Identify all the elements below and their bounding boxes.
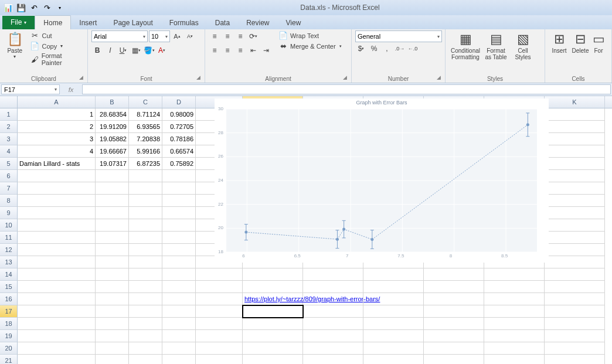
cell-I15[interactable] xyxy=(424,281,484,293)
cell-E17[interactable] xyxy=(196,305,243,318)
cell-F19[interactable] xyxy=(243,330,303,342)
format-cell-button[interactable]: ▭For xyxy=(591,30,606,74)
format-painter-button[interactable]: 🖌Format Painter xyxy=(28,52,84,67)
save-icon[interactable]: 💾 xyxy=(15,2,27,13)
cell-K9[interactable] xyxy=(545,207,605,219)
cell-K7[interactable] xyxy=(545,182,605,195)
excel-icon[interactable]: 📊 xyxy=(2,2,14,13)
wrap-text-button[interactable]: 📄Wrap Text xyxy=(277,30,344,40)
name-box[interactable]: F17▾ xyxy=(1,84,60,94)
cell-F14[interactable] xyxy=(243,268,303,281)
format-as-table-button[interactable]: ▤Format as Table xyxy=(482,30,510,74)
tab-home[interactable]: Home xyxy=(35,15,71,29)
cell-C9[interactable] xyxy=(129,207,162,219)
cell-I14[interactable] xyxy=(424,268,484,281)
fx-button[interactable]: fx xyxy=(61,83,81,96)
cell-H21[interactable] xyxy=(363,355,424,364)
cell-C17[interactable] xyxy=(129,305,162,318)
cell-G17[interactable] xyxy=(303,305,363,318)
align-bottom-button[interactable]: ≡ xyxy=(234,30,246,42)
cell-K4[interactable] xyxy=(545,145,605,158)
cell-H18[interactable] xyxy=(363,318,424,330)
row-header[interactable]: 14 xyxy=(0,268,18,281)
delete-cell-button[interactable]: ⊟Delete xyxy=(570,30,591,74)
row-header[interactable]: 5 xyxy=(0,158,18,170)
clipboard-launcher-icon[interactable]: ◢ xyxy=(79,74,86,81)
cell-D9[interactable] xyxy=(162,207,196,219)
cell-J15[interactable] xyxy=(484,281,545,293)
italic-button[interactable]: I xyxy=(104,45,116,56)
cell-styles-button[interactable]: ▧Cell Styles xyxy=(510,30,536,74)
cell-B3[interactable]: 19.05882 xyxy=(96,133,129,145)
cell-D11[interactable] xyxy=(162,232,196,244)
cell-J21[interactable] xyxy=(484,355,545,364)
tab-file[interactable]: File▾ xyxy=(2,16,35,29)
cell-B10[interactable] xyxy=(96,219,129,232)
cell-A20[interactable] xyxy=(18,342,96,355)
cell-C7[interactable] xyxy=(129,182,162,195)
undo-icon[interactable]: ↶ xyxy=(28,2,40,13)
cell-E21[interactable] xyxy=(196,355,243,364)
row-header[interactable]: 7 xyxy=(0,182,18,195)
cell-A5[interactable]: Damian Lillard - stats xyxy=(18,158,96,170)
cell-F16[interactable]: https://plot.ly/~tarzzz/809/graph-with-e… xyxy=(243,293,303,305)
row-header[interactable]: 8 xyxy=(0,195,18,207)
cell-J14[interactable] xyxy=(484,268,545,281)
cell-K10[interactable] xyxy=(545,219,605,232)
cell-K8[interactable] xyxy=(545,195,605,207)
cell-D1[interactable]: 0.98009 xyxy=(162,108,196,121)
cell-B14[interactable] xyxy=(96,268,129,281)
tab-review[interactable]: Review xyxy=(238,16,277,29)
cell-K3[interactable] xyxy=(545,133,605,145)
orientation-button[interactable]: ⟳▾ xyxy=(247,30,259,42)
cell-B8[interactable] xyxy=(96,195,129,207)
select-all-corner[interactable] xyxy=(0,96,18,108)
cell-A12[interactable] xyxy=(18,244,96,256)
cell-G16[interactable] xyxy=(303,293,363,305)
cell-G21[interactable] xyxy=(303,355,363,364)
cell-J18[interactable] xyxy=(484,318,545,330)
cell-F21[interactable] xyxy=(243,355,303,364)
cell-A15[interactable] xyxy=(18,281,96,293)
cell-A7[interactable] xyxy=(18,182,96,195)
row-header[interactable]: 10 xyxy=(0,219,18,232)
cell-B1[interactable]: 28.68354 xyxy=(96,108,129,121)
align-top-button[interactable]: ≡ xyxy=(209,30,220,42)
cell-C15[interactable] xyxy=(129,281,162,293)
cell-A17[interactable] xyxy=(18,305,96,318)
cell-C21[interactable] xyxy=(129,355,162,364)
dec-decimal-button[interactable]: ←.0 xyxy=(407,43,419,55)
align-right-button[interactable]: ≡ xyxy=(234,45,246,56)
cell-D4[interactable]: 0.66574 xyxy=(162,145,196,158)
cell-A4[interactable]: 4 xyxy=(18,145,96,158)
fill-color-button[interactable]: 🪣▾ xyxy=(143,45,155,56)
font-size-select[interactable]: 10▾ xyxy=(149,30,170,42)
paste-button[interactable]: 📋 Paste ▾ xyxy=(4,30,26,74)
cell-D13[interactable] xyxy=(162,256,196,268)
cell-F20[interactable] xyxy=(243,342,303,355)
align-middle-button[interactable]: ≡ xyxy=(222,30,233,42)
cell-A21[interactable] xyxy=(18,355,96,364)
cell-B2[interactable]: 19.91209 xyxy=(96,121,129,133)
cell-C13[interactable] xyxy=(129,256,162,268)
number-format-select[interactable]: General▾ xyxy=(355,30,442,42)
cell-K18[interactable] xyxy=(545,318,605,330)
cell-K17[interactable] xyxy=(545,305,605,318)
font-name-select[interactable]: Arial▾ xyxy=(91,30,148,42)
row-header[interactable]: 11 xyxy=(0,232,18,244)
cell-D21[interactable] xyxy=(162,355,196,364)
dedent-button[interactable]: ⇤ xyxy=(247,45,259,56)
align-center-button[interactable]: ≡ xyxy=(222,45,233,56)
cell-F18[interactable] xyxy=(243,318,303,330)
cell-B17[interactable] xyxy=(96,305,129,318)
cell-B18[interactable] xyxy=(96,318,129,330)
cell-K20[interactable] xyxy=(545,342,605,355)
cell-A11[interactable] xyxy=(18,232,96,244)
cell-B21[interactable] xyxy=(96,355,129,364)
cell-K15[interactable] xyxy=(545,281,605,293)
cell-D16[interactable] xyxy=(162,293,196,305)
cell-K19[interactable] xyxy=(545,330,605,342)
cell-E20[interactable] xyxy=(196,342,243,355)
row-header[interactable]: 4 xyxy=(0,145,18,158)
redo-icon[interactable]: ↷ xyxy=(41,2,53,13)
